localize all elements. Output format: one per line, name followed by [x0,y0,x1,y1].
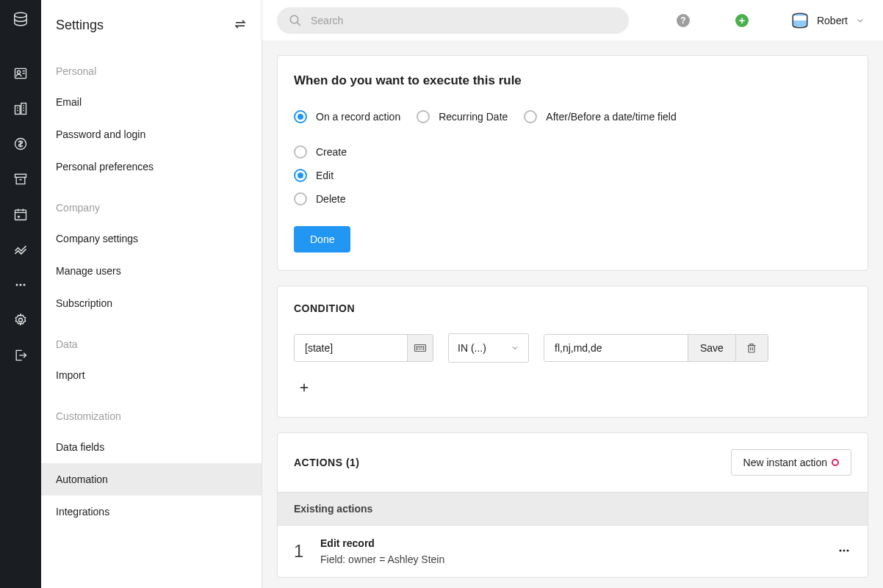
nav-item-subscription[interactable]: Subscription [41,287,262,319]
content: When do you want to execute this rule On… [262,40,883,588]
gear-icon[interactable] [12,311,29,329]
action-details: Edit record Field: owner = Ashley Stein [320,537,822,565]
plus-icon [298,381,311,394]
svg-point-23 [24,284,26,286]
contacts-icon[interactable] [12,65,29,82]
settings-sidebar: Settings Personal Email Password and log… [41,0,262,588]
field-picker-button[interactable] [407,335,433,361]
more-horizontal-icon [837,543,851,558]
archive-icon[interactable] [12,170,29,188]
trash-icon [746,342,757,354]
svg-point-2 [17,70,20,73]
plus-icon: + [735,14,749,27]
nav-item-automation[interactable]: Automation [41,463,262,496]
action-menu-button[interactable] [837,543,851,560]
svg-point-32 [423,346,424,347]
add-button[interactable]: + [735,13,749,28]
icon-rail [0,0,41,588]
help-button[interactable]: ? [676,13,691,28]
action-number: 1 [294,541,306,562]
record-action-delete[interactable]: Delete [294,192,851,206]
radio-icon [294,169,307,182]
trigger-recurring-date[interactable]: Recurring Date [417,110,508,123]
trigger-after-before[interactable]: After/Before a date/time field [524,110,676,123]
nav-item-company-settings[interactable]: Company settings [41,222,262,255]
value-input-group: Save [544,334,768,362]
svg-line-26 [297,22,300,26]
calendar-icon[interactable] [12,206,29,223]
radio-icon [294,145,307,159]
radio-icon [294,110,307,123]
svg-rect-28 [415,345,426,352]
chevron-down-icon [511,344,519,352]
keyboard-icon [414,341,427,355]
search-input[interactable] [311,15,617,26]
nav-item-integrations[interactable]: Integrations [41,496,262,528]
logo-icon[interactable] [12,10,29,28]
svg-point-41 [843,549,846,551]
nav-section-personal: Personal [41,46,262,86]
field-input-group [294,334,433,362]
settings-title: Settings [56,18,104,33]
trigger-record-action[interactable]: On a record action [294,110,400,123]
existing-actions-label: Existing actions [278,492,868,526]
add-condition-button[interactable] [291,374,317,401]
action-item[interactable]: 1 Edit record Field: owner = Ashley Stei… [278,526,868,577]
condition-title: CONDITION [294,302,851,314]
operator-select[interactable]: IN (...) [448,333,529,363]
user-menu[interactable]: Robert [790,11,865,30]
delete-condition-button[interactable] [735,335,768,361]
top-bar: ? + Robert [262,0,883,40]
svg-rect-15 [15,210,26,219]
search-icon [289,14,302,27]
settings-nav: Personal Email Password and login Person… [41,46,262,528]
nav-item-data-fields[interactable]: Data fields [41,431,262,463]
logout-icon[interactable] [12,346,29,364]
nav-item-email[interactable]: Email [41,86,262,118]
nav-section-customization: Customization [41,391,262,431]
done-button[interactable]: Done [294,226,350,253]
chart-icon[interactable] [12,241,29,258]
actions-title: ACTIONS (1) [294,457,360,468]
svg-point-42 [847,549,849,551]
radio-icon [417,110,430,123]
svg-point-24 [19,319,23,322]
svg-point-33 [417,349,417,349]
svg-rect-5 [15,106,21,115]
radio-icon [524,110,537,123]
chevron-down-icon [855,15,865,26]
field-input[interactable] [295,335,407,361]
record-action-edit[interactable]: Edit [294,169,851,182]
when-title: When do you want to execute this rule [294,73,851,88]
condition-row: IN (...) Save [294,333,851,363]
save-condition-button[interactable]: Save [688,335,735,361]
nav-item-import[interactable]: Import [41,359,262,391]
condition-card: CONDITION [277,286,868,418]
svg-point-40 [840,549,842,551]
nav-item-manage-users[interactable]: Manage users [41,255,262,287]
trigger-row: On a record action Recurring Date After/… [294,110,851,123]
more-icon[interactable] [12,276,29,294]
svg-rect-13 [15,174,26,177]
actions-card: ACTIONS (1) New instant action Existing … [277,432,868,578]
main-area: ? + Robert When do you want to execute [262,0,883,588]
record-action-column: Create Edit Delete [294,145,851,206]
svg-point-21 [16,284,18,286]
new-action-button[interactable]: New instant action [731,449,851,476]
nav-item-preferences[interactable]: Personal preferences [41,150,262,183]
buildings-icon[interactable] [12,100,29,117]
radio-icon [294,192,307,206]
record-action-create[interactable]: Create [294,145,851,159]
nav-item-password[interactable]: Password and login [41,118,262,150]
money-icon[interactable] [12,135,29,153]
value-input[interactable] [544,335,688,361]
actions-header: ACTIONS (1) New instant action [278,433,868,492]
accent-dot-icon [832,459,839,466]
svg-point-25 [290,15,298,23]
svg-point-30 [419,346,419,347]
svg-point-0 [15,12,27,17]
transfer-icon[interactable] [234,18,247,33]
svg-point-35 [423,349,424,349]
user-name: Robert [817,15,848,26]
search-box[interactable] [277,7,629,34]
